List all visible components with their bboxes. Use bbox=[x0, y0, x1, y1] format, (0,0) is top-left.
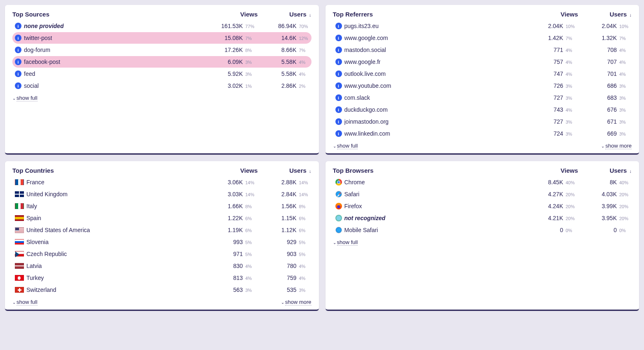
views-percent: 7% bbox=[245, 36, 255, 41]
table-row[interactable]: Italy1.66K8%1.56K8% bbox=[12, 200, 311, 212]
table-row[interactable]: Latvia8304%7804% bbox=[12, 260, 311, 272]
table-row[interactable]: Switzerland5633%5353% bbox=[12, 284, 311, 296]
info-icon[interactable] bbox=[15, 70, 21, 77]
views-percent: 0% bbox=[566, 228, 576, 233]
users-percent: 2% bbox=[299, 84, 309, 89]
show-full-link[interactable]: ⌄show full bbox=[333, 143, 358, 149]
table-row[interactable]: Turkey8134%7594% bbox=[12, 272, 311, 284]
info-icon[interactable] bbox=[15, 23, 21, 29]
column-header-views[interactable]: Views bbox=[524, 11, 578, 18]
chevron-down-icon: ⌄ bbox=[601, 144, 604, 148]
show-full-link[interactable]: ⌄show full bbox=[12, 299, 38, 305]
table-row[interactable]: Mobile Safari00%00% bbox=[333, 224, 632, 236]
table-row[interactable]: Firefox4.24K20%3.99K20% bbox=[333, 200, 632, 212]
table-row[interactable]: not recognized4.21K20%3.95K20% bbox=[333, 212, 632, 224]
users-value: 86.94K bbox=[278, 23, 296, 29]
table-row[interactable]: duckduckgo.com7434%6763% bbox=[333, 104, 632, 115]
row-views: 00% bbox=[522, 227, 576, 233]
table-row[interactable]: www.google.fr7574%7074% bbox=[333, 56, 632, 68]
row-label: dog-forum bbox=[24, 47, 50, 53]
row-label-wrap: mastodon.social bbox=[335, 47, 522, 53]
info-icon[interactable] bbox=[335, 118, 342, 125]
views-percent: 6% bbox=[245, 216, 255, 221]
info-icon[interactable] bbox=[335, 59, 342, 65]
table-row[interactable]: pugs.its23.eu2.04K10%2.04K10% bbox=[333, 20, 632, 32]
info-icon[interactable] bbox=[335, 130, 342, 137]
users-percent: 3% bbox=[619, 108, 629, 113]
users-value: 1.32K bbox=[602, 35, 617, 41]
table-row[interactable]: Safari4.27K20%4.03K20% bbox=[333, 188, 632, 200]
info-icon[interactable] bbox=[335, 47, 342, 53]
table-row[interactable]: www.google.com1.42K7%1.32K7% bbox=[333, 32, 632, 44]
table-row[interactable]: France3.06K14%2.88K14% bbox=[12, 176, 311, 188]
views-value: 563 bbox=[233, 287, 243, 293]
table-row[interactable]: outlook.live.com7474%7014% bbox=[333, 68, 632, 80]
table-row[interactable]: dog-forum17.26K8%8.66K7% bbox=[12, 44, 311, 56]
chevron-down-icon: ⌄ bbox=[333, 240, 336, 245]
table-row[interactable]: joinmastodon.org7273%6713% bbox=[333, 116, 632, 127]
info-icon[interactable] bbox=[15, 35, 21, 41]
table-row[interactable]: Czech Republic9715%9035% bbox=[12, 248, 311, 260]
table-row[interactable]: mastodon.social7714%7084% bbox=[333, 44, 632, 56]
info-icon[interactable] bbox=[15, 82, 21, 89]
info-icon[interactable] bbox=[335, 35, 342, 41]
users-value: 14.6K bbox=[281, 35, 297, 41]
table-row[interactable]: com.slack7273%6833% bbox=[333, 92, 632, 103]
table-row[interactable]: Spain1.22K6%1.15K6% bbox=[12, 212, 311, 224]
info-icon[interactable] bbox=[335, 106, 342, 113]
table-row[interactable]: facebook-post6.09K3%5.58K4% bbox=[12, 56, 311, 68]
views-value: 8.45K bbox=[548, 179, 563, 186]
column-header-users[interactable]: Users ↓ bbox=[258, 167, 311, 174]
column-header-views[interactable]: Views bbox=[204, 167, 258, 174]
table-row[interactable]: Slovenia9935%9295% bbox=[12, 236, 311, 248]
show-more-link[interactable]: ⌄show more bbox=[601, 143, 632, 149]
table-row[interactable]: www.youtube.com7263%6863% bbox=[333, 80, 632, 92]
info-icon[interactable] bbox=[15, 47, 21, 53]
table-row[interactable]: United Kingdom3.03K14%2.84K14% bbox=[12, 188, 311, 200]
table-row[interactable]: none provided161.53K77%86.94K70% bbox=[12, 20, 311, 32]
table-row[interactable]: twitter-post15.08K7%14.6K12% bbox=[12, 32, 311, 44]
table-row[interactable]: social3.02K1%2.86K2% bbox=[12, 80, 311, 92]
column-header-users[interactable]: Users ↓ bbox=[578, 11, 632, 18]
views-value: 1.66K bbox=[228, 203, 243, 209]
table-row[interactable]: feed5.92K3%5.58K4% bbox=[12, 68, 311, 80]
row-views: 7273% bbox=[522, 94, 576, 101]
row-views: 3.03K14% bbox=[202, 191, 255, 197]
views-percent: 5% bbox=[245, 240, 255, 245]
views-percent: 3% bbox=[245, 288, 255, 293]
users-value: 5.58K bbox=[281, 70, 297, 77]
row-views: 4.27K20% bbox=[522, 191, 576, 197]
column-header-users[interactable]: Users ↓ bbox=[258, 11, 311, 18]
views-percent: 7% bbox=[566, 36, 576, 41]
card-header: Top SourcesViewsUsers ↓ bbox=[12, 11, 311, 18]
row-users: 6863% bbox=[576, 82, 629, 89]
info-icon[interactable] bbox=[15, 59, 21, 65]
chevron-down-icon: ⌄ bbox=[12, 300, 16, 305]
views-percent: 20% bbox=[566, 204, 576, 209]
info-icon[interactable] bbox=[335, 23, 342, 29]
show-full-link[interactable]: ⌄show full bbox=[12, 95, 38, 101]
column-header-views[interactable]: Views bbox=[204, 11, 258, 18]
row-users: 7594% bbox=[255, 275, 309, 281]
users-percent: 4% bbox=[299, 60, 309, 65]
show-full-link[interactable]: ⌄show full bbox=[333, 239, 358, 246]
table-row[interactable]: www.linkedin.com7243%6693% bbox=[333, 128, 632, 139]
info-icon[interactable] bbox=[335, 94, 342, 101]
row-label: mastodon.social bbox=[344, 47, 386, 53]
info-icon[interactable] bbox=[335, 82, 342, 89]
table-row[interactable]: Chrome8.45K40%8K40% bbox=[333, 176, 632, 188]
table-row[interactable]: United States of America1.19K6%1.12K6% bbox=[12, 224, 311, 236]
row-label-wrap: www.google.fr bbox=[335, 59, 522, 65]
show-more-link[interactable]: ⌄show more bbox=[281, 299, 311, 305]
column-header-users[interactable]: Users ↓ bbox=[578, 167, 632, 174]
row-views: 2.04K10% bbox=[522, 23, 576, 29]
info-icon[interactable] bbox=[335, 70, 342, 77]
row-label: www.google.com bbox=[344, 35, 388, 41]
users-value: 2.04K bbox=[602, 23, 617, 29]
users-value: 3.99K bbox=[602, 203, 617, 209]
flag-icon-tr bbox=[15, 275, 24, 281]
users-percent: 3% bbox=[619, 84, 629, 89]
views-value: 5.92K bbox=[228, 70, 243, 77]
row-label: France bbox=[26, 179, 45, 186]
column-header-views[interactable]: Views bbox=[524, 167, 578, 174]
